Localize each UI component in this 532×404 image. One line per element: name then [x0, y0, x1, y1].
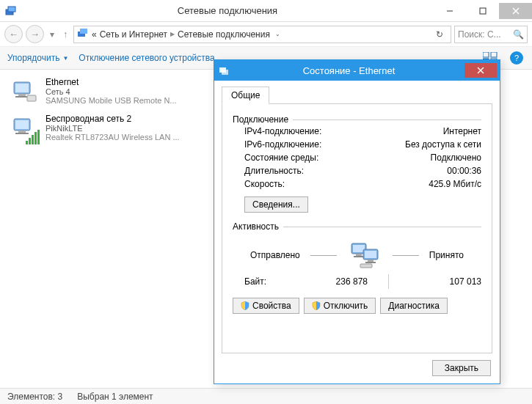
forward-button[interactable]: → [26, 25, 44, 43]
media-state-value: Подключено [431, 153, 481, 163]
connection-adapter: SAMSUNG Mobile USB Remote N... [45, 96, 177, 105]
connection-name: Ethernet [45, 77, 177, 87]
navigation-bar: ← → ▾ ↑ « Сеть и Интернет ▶ Сетевые подк… [0, 22, 532, 46]
tab-panel-general: Подключение IPv4-подключение:Интернет IP… [222, 104, 492, 353]
dialog-close-button[interactable] [464, 63, 497, 78]
svg-rect-8 [483, 52, 489, 57]
svg-rect-7 [80, 29, 87, 34]
svg-rect-28 [354, 256, 364, 257]
connection-item[interactable]: Беспроводная сеть 2 PikNikLTE Realtek RT… [4, 111, 217, 147]
dialog-icon [214, 65, 233, 76]
address-bar[interactable]: « Сеть и Интернет ▶ Сетевые подключения … [73, 26, 451, 43]
network-activity-icon [347, 242, 382, 268]
window-icon [0, 5, 22, 17]
status-bar: Элементов: 3 Выбран 1 элемент [0, 388, 532, 404]
window-title: Сетевые подключения [22, 5, 433, 16]
shield-icon [312, 301, 321, 310]
activity-group-label: Активность [233, 221, 481, 232]
folder-icon [77, 27, 89, 41]
dialog-titlebar: Состояние - Ethernet [214, 60, 500, 81]
svg-rect-27 [356, 254, 362, 256]
connection-group-label: Подключение [233, 114, 481, 125]
bytes-received-value: 107 013 [409, 276, 481, 287]
duration-label: Длительность: [244, 166, 304, 176]
help-button[interactable]: ? [509, 50, 525, 66]
organize-menu[interactable]: Упорядочить ▼ [7, 53, 68, 63]
window-titlebar: Сетевые подключения [0, 0, 532, 22]
breadcrumb-item[interactable]: Сетевые подключения [178, 29, 270, 40]
svg-rect-32 [365, 262, 376, 263]
up-button[interactable]: ↑ [60, 25, 70, 43]
svg-rect-13 [15, 84, 29, 92]
svg-rect-31 [368, 260, 374, 262]
search-input[interactable]: Поиск: С... 🔍 [454, 26, 528, 43]
history-dropdown[interactable]: ▾ [47, 25, 57, 43]
refresh-button[interactable]: ↻ [431, 29, 448, 40]
tab-strip: Общие [222, 87, 492, 104]
maximize-button[interactable] [466, 3, 499, 19]
details-button[interactable]: Сведения... [244, 197, 308, 213]
minimize-button[interactable] [433, 3, 466, 19]
back-button[interactable]: ← [4, 25, 23, 43]
svg-rect-9 [491, 52, 497, 57]
close-button[interactable] [499, 3, 532, 19]
disable-device-button[interactable]: Отключение сетевого устройства [79, 53, 214, 63]
tab-general[interactable]: Общие [222, 87, 269, 104]
search-placeholder: Поиск: С... [458, 29, 501, 40]
breadcrumb-prefix: « [92, 29, 97, 40]
dialog-title: Состояние - Ethernet [233, 65, 464, 76]
speed-value: 425.9 Мбит/с [429, 179, 481, 189]
status-dialog: Состояние - Ethernet Общие Подключение I… [214, 59, 500, 384]
connection-name: Беспроводная сеть 2 [45, 114, 180, 124]
bytes-label: Байт: [244, 276, 296, 287]
svg-rect-19 [18, 131, 26, 133]
duration-value: 00:00:36 [447, 166, 481, 176]
ethernet-icon [9, 77, 40, 108]
connection-adapter: Realtek RTL8723AU Wireless LAN ... [45, 133, 180, 142]
svg-rect-15 [15, 96, 29, 98]
svg-rect-30 [365, 251, 376, 258]
svg-rect-14 [18, 94, 26, 96]
diagnose-button[interactable]: Диагностика [380, 298, 448, 314]
svg-rect-1 [8, 7, 15, 12]
close-dialog-button[interactable]: Закрыть [432, 360, 491, 376]
breadcrumb-item[interactable]: Сеть и Интернет [100, 29, 167, 40]
svg-rect-22 [222, 70, 228, 75]
ipv6-label: IPv6-подключение: [244, 139, 321, 150]
svg-rect-3 [480, 8, 486, 14]
media-state-label: Состояние среды: [244, 153, 318, 163]
connection-network: Сеть 4 [45, 87, 177, 96]
svg-rect-33 [360, 264, 372, 268]
svg-rect-18 [15, 120, 29, 129]
connection-item[interactable]: Ethernet Сеть 4 SAMSUNG Mobile USB Remot… [4, 74, 217, 111]
ipv6-value: Без доступа к сети [405, 139, 481, 150]
ipv4-label: IPv4-подключение: [244, 126, 321, 136]
dropdown-icon: ▼ [62, 55, 68, 62]
item-count: Элементов: 3 [7, 392, 62, 402]
address-dropdown[interactable]: ⌄ [273, 31, 283, 37]
ipv4-value: Интернет [443, 126, 481, 136]
svg-rect-16 [27, 95, 36, 101]
bytes-sent-value: 236 878 [296, 276, 368, 287]
disable-button[interactable]: Отключить [304, 298, 376, 314]
speed-label: Скорость: [244, 179, 285, 189]
received-label: Принято [429, 250, 464, 260]
properties-button[interactable]: Свойства [233, 298, 299, 314]
shield-icon [241, 301, 249, 310]
selection-count: Выбран 1 элемент [77, 392, 153, 402]
chevron-right-icon: ▶ [170, 31, 175, 37]
divider [388, 274, 389, 289]
search-icon: 🔍 [513, 29, 524, 40]
connection-network: PikNikLTE [45, 124, 180, 133]
wifi-icon [9, 114, 40, 144]
sent-label: Отправлено [250, 250, 300, 260]
